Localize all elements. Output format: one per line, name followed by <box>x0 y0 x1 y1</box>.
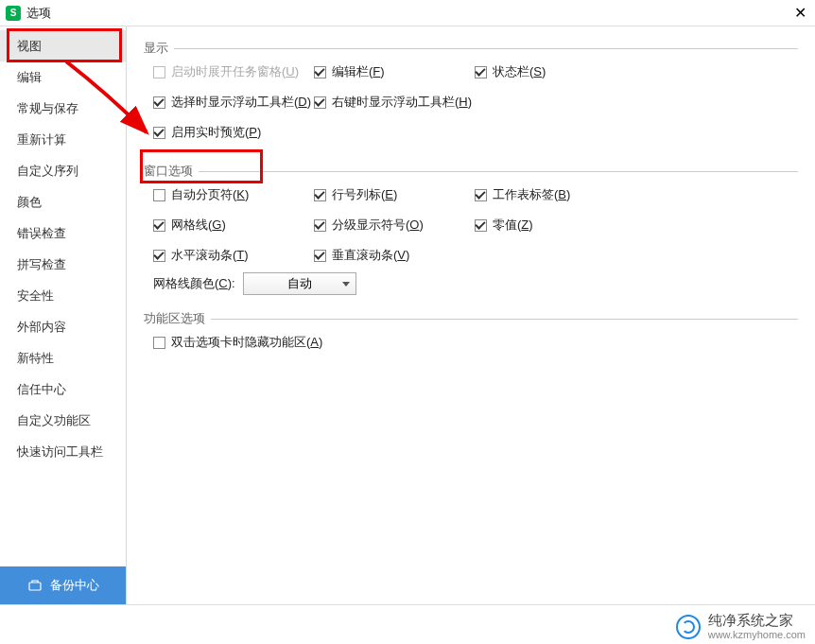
sidebar-item-general-save[interactable]: 常规与保存 <box>0 93 126 124</box>
watermark: 纯净系统之家 www.kzmyhome.com <box>667 609 815 644</box>
sidebar-item-quick-access[interactable]: 快速访问工具栏 <box>0 436 126 467</box>
group-display: 显示 启动时展开任务窗格(U) 编辑栏(F) 状态栏(S) 选择 <box>144 40 798 148</box>
sidebar-item-edit[interactable]: 编辑 <box>0 61 126 93</box>
checkbox-icon <box>475 189 487 201</box>
sidebar-item-custom-series[interactable]: 自定义序列 <box>0 155 126 186</box>
backup-icon <box>27 578 43 593</box>
checkbox-v-scrollbar[interactable]: 垂直滚动条(V) <box>314 247 475 264</box>
svg-rect-0 <box>29 583 41 590</box>
watermark-title: 纯净系统之家 <box>708 613 806 629</box>
checkbox-icon <box>153 219 165 232</box>
sidebar-item-color[interactable]: 颜色 <box>0 186 126 218</box>
checkbox-icon <box>153 250 165 262</box>
group-display-legend: 显示 <box>144 40 174 57</box>
checkbox-outline-symbols[interactable]: 分级显示符号(O) <box>314 217 475 234</box>
checkbox-dblclick-hide-ribbon[interactable]: 双击选项卡时隐藏功能区(A) <box>153 334 437 351</box>
checkbox-icon <box>475 219 487 232</box>
sidebar-item-spell-check[interactable]: 拼写检查 <box>0 249 126 280</box>
sidebar-item-view[interactable]: 视图 <box>0 30 126 61</box>
group-ribbon-legend: 功能区选项 <box>144 310 211 327</box>
checkbox-row-col-headers[interactable]: 行号列标(E) <box>314 186 475 203</box>
window-title: 选项 <box>26 5 790 22</box>
chevron-down-icon <box>342 282 350 287</box>
group-ribbon-options: 功能区选项 双击选项卡时隐藏功能区(A) <box>144 310 798 357</box>
checkbox-icon <box>314 96 326 109</box>
checkbox-gridlines[interactable]: 网格线(G) <box>153 217 314 234</box>
checkbox-zero-values[interactable]: 零值(Z) <box>475 217 626 234</box>
checkbox-page-break[interactable]: 自动分页符(K) <box>153 186 314 203</box>
titlebar: S 选项 ✕ <box>0 0 815 26</box>
sidebar-item-trust-center[interactable]: 信任中心 <box>0 374 126 405</box>
checkbox-icon <box>153 96 165 109</box>
sidebar-item-new-feature[interactable]: 新特性 <box>0 342 126 374</box>
sidebar-item-recalc[interactable]: 重新计算 <box>0 124 126 155</box>
gridline-color-label: 网格线颜色(C): <box>153 275 235 292</box>
sidebar: 视图 编辑 常规与保存 重新计算 自定义序列 颜色 错误检查 拼写检查 安全性 … <box>0 26 127 604</box>
checkbox-icon <box>153 189 165 201</box>
checkbox-icon <box>314 189 326 201</box>
sidebar-item-external[interactable]: 外部内容 <box>0 311 126 342</box>
checkbox-status-bar[interactable]: 状态栏(S) <box>475 63 626 80</box>
checkbox-rightclick-float-toolbar[interactable]: 右键时显示浮动工具栏(H) <box>314 94 560 111</box>
group-window-options: 窗口选项 自动分页符(K) 行号列标(E) 工作表标签(B) 网 <box>144 163 798 295</box>
watermark-url: www.kzmyhome.com <box>708 629 806 640</box>
checkbox-icon <box>153 127 165 139</box>
checkbox-select-float-toolbar[interactable]: 选择时显示浮动工具栏(D) <box>153 94 314 111</box>
watermark-logo-icon <box>676 615 701 639</box>
gridline-color-combobox[interactable]: 自动 <box>243 272 356 295</box>
checkbox-icon <box>475 66 487 78</box>
content-panel: 显示 启动时展开任务窗格(U) 编辑栏(F) 状态栏(S) 选择 <box>127 26 815 604</box>
sidebar-item-custom-ribbon[interactable]: 自定义功能区 <box>0 405 126 436</box>
checkbox-task-pane: 启动时展开任务窗格(U) <box>153 63 314 80</box>
sidebar-item-error-check[interactable]: 错误检查 <box>0 218 126 249</box>
checkbox-sheet-tabs[interactable]: 工作表标签(B) <box>475 186 626 203</box>
sidebar-item-security[interactable]: 安全性 <box>0 280 126 311</box>
checkbox-icon <box>314 66 326 78</box>
checkbox-icon <box>314 250 326 262</box>
checkbox-live-preview[interactable]: 启用实时预览(P) <box>153 124 314 141</box>
backup-center-button[interactable]: 备份中心 <box>0 566 126 604</box>
close-icon[interactable]: ✕ <box>790 4 809 23</box>
checkbox-edit-bar[interactable]: 编辑栏(F) <box>314 63 475 80</box>
app-icon: S <box>6 6 21 21</box>
checkbox-h-scrollbar[interactable]: 水平滚动条(T) <box>153 247 314 264</box>
checkbox-icon <box>153 66 165 78</box>
group-window-legend: 窗口选项 <box>144 163 199 180</box>
checkbox-icon <box>153 337 165 349</box>
checkbox-icon <box>314 219 326 232</box>
